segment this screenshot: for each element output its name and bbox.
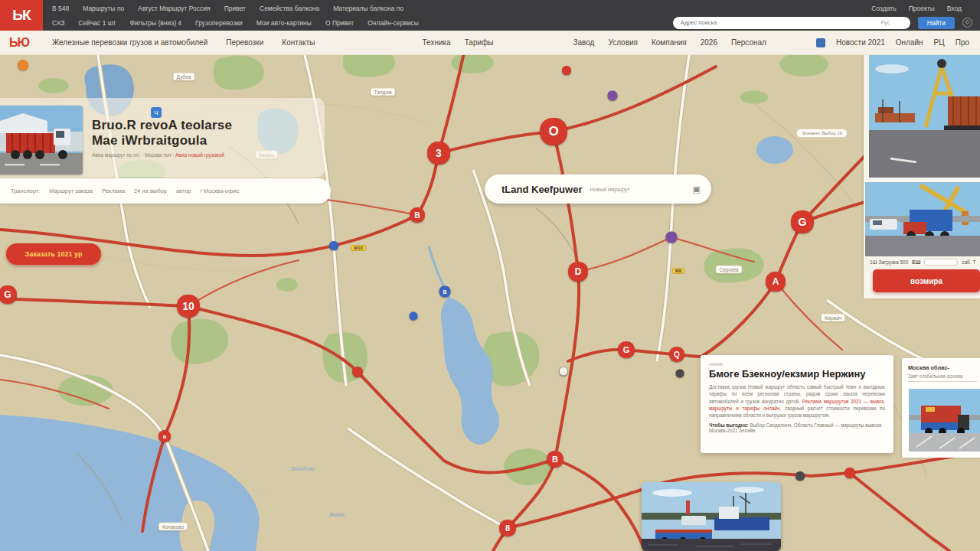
breadcrumb-item[interactable]: / Москва-офис (201, 187, 240, 194)
subnav-item[interactable]: Условия (608, 38, 638, 47)
rail-action-button[interactable]: возмира (873, 269, 980, 292)
breadcrumb-item[interactable]: Маршрут заказа (49, 187, 93, 194)
map-marker[interactable]: G (618, 341, 635, 358)
order-cta-button[interactable]: Заказать 1021 ур (6, 243, 101, 265)
subnav-right-item[interactable]: Онлайн (896, 38, 923, 47)
help-icon[interactable]: © (962, 18, 972, 28)
topbar-menu-item[interactable]: В 548 (52, 5, 69, 12)
subnav-item[interactable]: Железные перевозки грузов и автомобилей (52, 38, 207, 47)
subnav-item[interactable]: Тарифы (465, 38, 494, 47)
map-marker[interactable]: 10 (177, 295, 200, 318)
topbar-service-item[interactable]: Онлайн-сервисы (368, 19, 419, 27)
subnav-right-item[interactable]: Новости 2021 (836, 38, 885, 47)
brand-logo[interactable]: ЬК (0, 0, 43, 31)
topbar-menu-item[interactable]: Материалы балкона по (333, 5, 403, 12)
menu-items-row2: СХЗСейчас 1 штФильтры (вниз) 4Грузоперев… (52, 19, 419, 27)
subnav-logo[interactable]: ЬЮ (9, 36, 29, 50)
hero-meta-link[interactable]: Авиа новый грузовой (175, 152, 224, 158)
road-shield-label: М8 (672, 268, 684, 274)
topbar-service-item[interactable]: Сейчас 1 шт (78, 19, 116, 27)
rail-meta-left: 1Ш Загрузка 500 (870, 259, 908, 265)
external-link-icon[interactable]: ▣ (693, 184, 701, 194)
port-crane-photo[interactable] (869, 55, 980, 178)
top-bar: ЬК В 548Маршруты поАвгуст Маршрут Россия… (0, 0, 980, 31)
rail-text-block: Москва облас- 2авт отобильная основа (908, 364, 977, 382)
topbar-service-item[interactable]: О Привет (325, 19, 354, 27)
topbar-account-item[interactable]: Создать (871, 5, 896, 12)
map-marker[interactable] (410, 312, 418, 321)
subnav-right-item[interactable]: РЦ (934, 38, 945, 47)
article-footer: Чтобы выгодно: Выбор Сандалинн, Область … (709, 422, 885, 433)
map-place-label: Сергиев (716, 266, 743, 274)
map-place-label: Киржач (821, 314, 845, 322)
map-marker[interactable] (562, 66, 571, 75)
article-body: Доставка грузов Новый маршрут область са… (709, 383, 885, 419)
rail-block-subtitle[interactable]: 2авт отобильная основа (908, 371, 977, 382)
topbar-menu-item[interactable]: Привет (224, 5, 246, 12)
map-marker[interactable]: O (540, 118, 567, 145)
map-marker[interactable] (795, 471, 805, 481)
map-marker[interactable]: D (568, 262, 588, 282)
map-canvas[interactable]: КимрыТалдомКлинСергиевКиржачДубнаТверьКо… (0, 55, 980, 551)
topbar-menu-item[interactable]: Август Маршрут Россия (138, 5, 210, 12)
topbar-menu-item[interactable]: Маршруты по (83, 5, 124, 12)
map-marker[interactable]: G (791, 210, 814, 233)
top-bar-rows: В 548Маршруты поАвгуст Маршрут РоссияПри… (52, 0, 980, 31)
map-search-card[interactable]: tLand Keefpuwer Новый маршрут ▣ (485, 174, 711, 204)
topbar-service-item[interactable]: Грузоперевозки (195, 19, 243, 27)
map-chip-label[interactable]: Элемент Выбор 19 (796, 129, 848, 138)
map-marker[interactable] (352, 367, 363, 377)
map-marker[interactable]: B (439, 286, 451, 298)
map-marker[interactable]: a (158, 430, 171, 442)
map-marker[interactable]: G (0, 285, 17, 304)
topbar-menu-item[interactable]: Семейства балкона (260, 5, 319, 12)
map-marker[interactable]: Q (669, 347, 684, 362)
search-card-subtitle: Новый маршрут (590, 187, 629, 192)
subnav-item[interactable]: Перевозки (226, 38, 263, 47)
search-lang-hint: Рус (880, 20, 890, 25)
subnav-items-right-wrap: Новости 2021ОнлайнРЦПро (816, 38, 969, 47)
harbor-photo[interactable] (642, 482, 781, 551)
search-input[interactable] (673, 17, 910, 29)
subnav-item[interactable]: 2026 (701, 38, 717, 47)
port-photo-illustration (869, 55, 980, 178)
article-title: Бмоге Бзекноу/екзмир Нержину (709, 369, 885, 380)
topbar-service-item[interactable]: СХЗ (52, 19, 64, 27)
breadcrumb-item[interactable]: 24 на выбор (134, 187, 167, 194)
map-marker[interactable]: 8 (499, 520, 516, 536)
topbar-service-item[interactable]: Фильтры (вниз) 4 (129, 19, 181, 27)
rail-mini-input[interactable] (924, 259, 958, 266)
map-place-label: Талдом (371, 88, 396, 96)
subnav-item[interactable]: Контакты (282, 38, 315, 47)
subnav-item[interactable]: Завод (573, 38, 594, 47)
topbar-service-item[interactable]: Мои авто-картины (256, 19, 312, 27)
search-card-title: tLand Keefpuwer (501, 184, 582, 195)
map-marker[interactable] (666, 232, 678, 243)
map-marker[interactable] (329, 241, 338, 250)
map-marker[interactable]: B (547, 451, 564, 468)
grid-icon[interactable] (816, 38, 825, 47)
map-marker[interactable]: B (410, 207, 425, 223)
breadcrumb-item[interactable]: Реклама (102, 187, 125, 194)
map-marker[interactable] (676, 370, 684, 378)
subnav-item[interactable]: Персонал (731, 38, 766, 47)
topbar-account-item[interactable]: Вход (947, 5, 962, 12)
subnav-item[interactable]: Компания (652, 38, 687, 47)
map-marker[interactable]: A (766, 272, 786, 292)
truck-photo-illustration (0, 106, 83, 174)
search-button[interactable]: Найти (918, 17, 955, 29)
breadcrumb-item[interactable]: автор (176, 187, 191, 194)
topbar-account-item[interactable]: Проекты (909, 5, 935, 12)
map-marker[interactable] (559, 367, 568, 376)
crane-loader-photo[interactable] (865, 182, 980, 256)
map-marker[interactable] (844, 468, 855, 478)
subnav-right-item[interactable]: Про (956, 38, 969, 47)
breadcrumb-item[interactable]: Транспорт: (11, 187, 40, 194)
container-truck-photo[interactable] (909, 389, 980, 452)
map-marker[interactable]: 3 (427, 142, 450, 165)
map-marker[interactable] (608, 91, 618, 101)
map-marker[interactable] (18, 60, 28, 70)
hero-truck-photo[interactable] (0, 106, 83, 174)
rail-meta-suffix: саб. Т (962, 259, 975, 265)
subnav-item[interactable]: Техника (423, 38, 451, 47)
